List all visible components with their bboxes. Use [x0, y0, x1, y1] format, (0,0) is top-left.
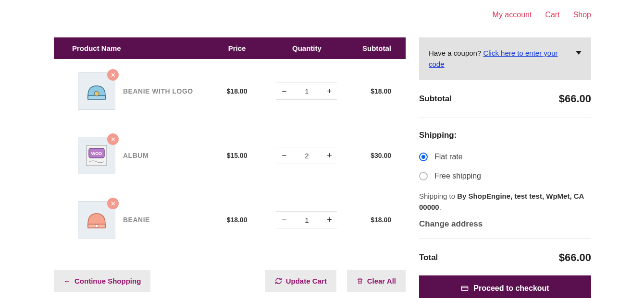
remove-item-button[interactable]: ✕ — [107, 198, 119, 209]
remove-item-button[interactable]: ✕ — [107, 69, 119, 81]
album-icon: WOO — [84, 143, 110, 168]
col-subtotal: Subtotal — [348, 37, 406, 59]
product-thumbnail: ✕ WOO — [78, 137, 115, 174]
continue-label: Continue Shopping — [74, 277, 141, 285]
radio-selected-icon — [419, 153, 428, 161]
radio-unselected-icon — [419, 172, 428, 180]
card-icon — [461, 285, 469, 292]
shipping-block: Shipping: Flat rate Free shipping Shippi… — [419, 118, 591, 239]
product-name: ALBUM — [123, 152, 149, 159]
svg-rect-6 — [95, 225, 98, 227]
continue-shopping-button[interactable]: ← Continue Shopping — [54, 270, 150, 292]
col-quantity: Quantity — [266, 37, 347, 59]
product-thumbnail: ✕ — [78, 72, 115, 110]
cart-actions: ← Continue Shopping Update Cart — [54, 270, 406, 292]
close-icon: ✕ — [111, 136, 116, 143]
svg-rect-9 — [462, 286, 468, 290]
divider — [54, 256, 406, 256]
subtotal-value: $66.00 — [559, 93, 591, 105]
table-row: ✕ BEANIE WITH LOGO $18.00 — [54, 59, 406, 123]
product-name: BEANIE WITH LOGO — [123, 87, 193, 95]
update-cart-button[interactable]: Update Cart — [265, 270, 336, 292]
shipping-heading: Shipping: — [419, 131, 591, 140]
update-label: Update Cart — [286, 277, 327, 285]
change-address-link[interactable]: Change address — [419, 219, 591, 229]
nav-cart[interactable]: Cart — [545, 11, 559, 19]
beanie-logo-icon — [85, 81, 108, 101]
qty-increase-button[interactable]: + — [322, 212, 337, 228]
clear-all-button[interactable]: Clear All — [347, 270, 406, 292]
product-price: $18.00 — [208, 59, 266, 123]
shipping-option-label: Free shipping — [434, 172, 481, 180]
cart-section: Product Name Price Quantity Subtotal ✕ — [54, 37, 406, 298]
product-price: $15.00 — [208, 123, 266, 188]
coupon-box[interactable]: Have a coupon? Click here to enter your … — [419, 37, 591, 80]
close-icon: ✕ — [111, 201, 116, 207]
shipping-option-free[interactable]: Free shipping — [419, 172, 591, 180]
remove-item-button[interactable]: ✕ — [107, 133, 119, 145]
arrow-left-icon: ← — [63, 277, 71, 285]
quantity-stepper: − 2 + — [276, 147, 337, 164]
shipping-option-flat-rate[interactable]: Flat rate — [419, 153, 591, 161]
qty-decrease-button[interactable]: − — [276, 147, 292, 164]
table-row: ✕ WOO ALBUM — [54, 123, 406, 188]
qty-decrease-button[interactable]: − — [276, 212, 292, 228]
cart-table: Product Name Price Quantity Subtotal ✕ — [54, 37, 406, 252]
refresh-icon — [275, 277, 282, 285]
col-product-name: Product Name — [54, 37, 208, 59]
shipping-option-label: Flat rate — [434, 153, 463, 161]
product-name: BEANIE — [123, 216, 150, 224]
nav-shop[interactable]: Shop — [573, 11, 591, 19]
product-thumbnail: ✕ — [78, 201, 115, 238]
svg-point-1 — [94, 91, 99, 96]
product-subtotal: $18.00 — [348, 59, 406, 123]
close-icon: ✕ — [111, 72, 116, 78]
qty-value: 2 — [292, 152, 322, 160]
col-price: Price — [208, 37, 266, 59]
quantity-stepper: − 1 + — [276, 83, 337, 100]
product-price: $18.00 — [208, 188, 266, 252]
table-row: ✕ BEANIE $18.00 — [54, 188, 406, 252]
chevron-down-icon — [576, 51, 582, 55]
qty-increase-button[interactable]: + — [322, 83, 337, 99]
qty-increase-button[interactable]: + — [322, 147, 337, 164]
svg-text:WOO: WOO — [91, 151, 102, 156]
trash-icon — [357, 277, 363, 285]
qty-decrease-button[interactable]: − — [276, 83, 292, 99]
subtotal-label: Subtotal — [419, 94, 452, 104]
top-nav: My account Cart Shop — [493, 11, 591, 19]
shipping-to-text: Shipping to By ShopEngine, test test, Wp… — [419, 191, 591, 213]
summary-section: Have a coupon? Click here to enter your … — [419, 37, 591, 298]
checkout-label: Proceed to checkout — [473, 284, 549, 293]
qty-value: 1 — [292, 216, 322, 224]
total-value: $66.00 — [559, 251, 591, 264]
beanie-icon — [85, 210, 108, 230]
product-subtotal: $18.00 — [348, 188, 406, 252]
quantity-stepper: − 1 + — [276, 211, 337, 228]
product-subtotal: $30.00 — [348, 123, 406, 188]
coupon-question: Have a coupon? — [429, 49, 483, 57]
shipping-to-prefix: Shipping to — [419, 192, 457, 200]
qty-value: 1 — [292, 87, 322, 95]
total-label: Total — [419, 253, 438, 262]
nav-my-account[interactable]: My account — [493, 11, 532, 19]
proceed-to-checkout-button[interactable]: Proceed to checkout — [419, 275, 591, 298]
clear-label: Clear All — [367, 277, 396, 285]
